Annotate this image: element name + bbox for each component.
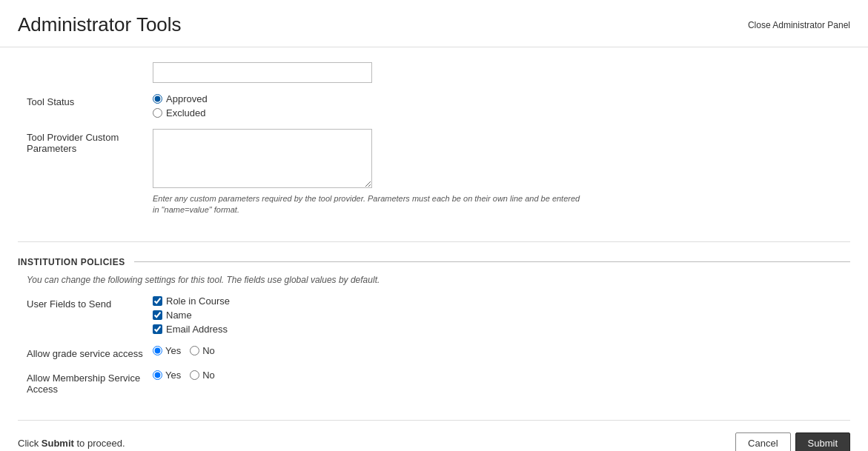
user-fields-name-label: Name <box>166 310 192 321</box>
user-fields-role-option[interactable]: Role in Course <box>153 295 841 307</box>
grade-service-yes-option[interactable]: Yes <box>153 345 181 356</box>
main-content: Tool Status Approved Excluded Tool Provi… <box>0 47 868 421</box>
footer-hint: Click Submit to proceed. <box>18 438 125 449</box>
tool-status-label: Tool Status <box>27 93 153 107</box>
grade-service-no-radio[interactable] <box>190 346 199 355</box>
page-header: Administrator Tools Close Administrator … <box>0 0 868 47</box>
user-fields-role-checkbox[interactable] <box>153 296 162 306</box>
page-title: Administrator Tools <box>18 13 182 36</box>
footer-hint-bold: Submit <box>42 438 74 449</box>
tool-status-radio-group: Approved Excluded <box>153 93 841 118</box>
grade-service-yes-label: Yes <box>165 345 181 356</box>
footer-hint-suffix: to proceed. <box>74 438 125 449</box>
institution-policies-section: INSTITUTION POLICIES You can change the … <box>18 257 850 421</box>
membership-service-no-option[interactable]: No <box>190 370 215 381</box>
section-divider-line <box>134 261 850 262</box>
tool-status-approved-option[interactable]: Approved <box>153 93 841 104</box>
top-input-row <box>18 55 850 83</box>
institution-policies-desc: You can change the following settings fo… <box>18 275 850 285</box>
custom-params-row: Tool Provider Custom Parameters Enter an… <box>18 129 850 216</box>
user-fields-email-option[interactable]: Email Address <box>153 324 841 335</box>
top-form-section: Tool Status Approved Excluded Tool Provi… <box>18 47 850 242</box>
membership-service-row: Allow Membership Service Access Yes No <box>18 370 850 395</box>
user-fields-role-label: Role in Course <box>166 295 230 307</box>
grade-service-no-label: No <box>202 345 215 356</box>
user-fields-label: User Fields to Send <box>27 295 153 310</box>
membership-service-yes-radio[interactable] <box>153 370 162 380</box>
page-footer: Click Submit to proceed. Cancel Submit <box>0 421 868 451</box>
tool-status-approved-radio[interactable] <box>153 94 162 104</box>
custom-params-hint: Enter any custom parameters required by … <box>153 193 583 216</box>
grade-service-control: Yes No <box>153 345 841 356</box>
user-fields-name-checkbox[interactable] <box>153 310 162 320</box>
tool-status-excluded-option[interactable]: Excluded <box>153 107 841 118</box>
membership-service-label: Allow Membership Service Access <box>27 370 153 395</box>
tool-status-control: Approved Excluded <box>153 93 841 118</box>
user-fields-email-checkbox[interactable] <box>153 324 162 334</box>
grade-service-row: Allow grade service access Yes No <box>18 345 850 359</box>
top-input-label <box>27 62 153 65</box>
top-text-input[interactable] <box>153 62 372 83</box>
custom-params-control: Enter any custom parameters required by … <box>153 129 841 216</box>
grade-service-label: Allow grade service access <box>27 345 153 359</box>
membership-service-yes-option[interactable]: Yes <box>153 370 181 381</box>
user-fields-control: Role in Course Name Email Address <box>153 295 841 335</box>
grade-service-radio-group: Yes No <box>153 345 841 356</box>
membership-service-yes-label: Yes <box>165 370 181 381</box>
user-fields-email-label: Email Address <box>166 324 228 335</box>
submit-button[interactable]: Submit <box>795 432 850 451</box>
tool-status-excluded-label: Excluded <box>166 107 205 118</box>
cancel-button[interactable]: Cancel <box>735 432 790 451</box>
top-input-control <box>153 62 841 83</box>
institution-policies-title: INSTITUTION POLICIES <box>18 257 125 267</box>
membership-service-no-label: No <box>202 370 215 381</box>
tool-status-excluded-radio[interactable] <box>153 108 162 118</box>
custom-params-label: Tool Provider Custom Parameters <box>27 129 153 154</box>
user-fields-name-option[interactable]: Name <box>153 310 841 321</box>
membership-service-control: Yes No <box>153 370 841 381</box>
grade-service-no-option[interactable]: No <box>190 345 215 356</box>
grade-service-yes-radio[interactable] <box>153 346 162 355</box>
membership-service-no-radio[interactable] <box>190 370 199 380</box>
footer-buttons: Cancel Submit <box>735 432 850 451</box>
membership-service-radio-group: Yes No <box>153 370 841 381</box>
user-fields-row: User Fields to Send Role in Course Name … <box>18 295 850 335</box>
footer-hint-prefix: Click <box>18 438 42 449</box>
user-fields-checkbox-group: Role in Course Name Email Address <box>153 295 841 335</box>
institution-policies-header: INSTITUTION POLICIES <box>18 257 850 267</box>
close-panel-link[interactable]: Close Administrator Panel <box>748 20 850 30</box>
tool-status-approved-label: Approved <box>166 93 208 104</box>
tool-status-row: Tool Status Approved Excluded <box>18 93 850 118</box>
custom-params-textarea[interactable] <box>153 129 372 188</box>
